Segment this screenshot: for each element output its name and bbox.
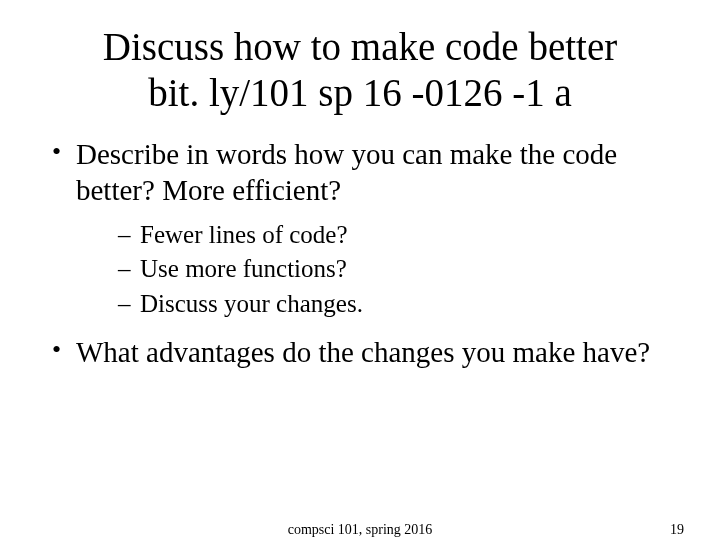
bullet-text: What advantages do the changes you make … [76,336,650,368]
sub-bullet-text: Discuss your changes. [140,290,363,317]
bullet-item: What advantages do the changes you make … [46,334,680,370]
sub-bullet-item: Discuss your changes. [118,288,680,321]
sub-bullet-text: Fewer lines of code? [140,221,348,248]
sub-bullet-item: Fewer lines of code? [118,219,680,252]
sub-bullet-text: Use more functions? [140,255,347,282]
slide: Discuss how to make code better bit. ly/… [0,0,720,540]
title-line-2: bit. ly/101 sp 16 -0126 -1 a [148,71,572,114]
footer-course: compsci 101, spring 2016 [0,522,720,538]
slide-title: Discuss how to make code better bit. ly/… [40,24,680,116]
bullet-text: Describe in words how you can make the c… [76,138,617,206]
title-line-1: Discuss how to make code better [103,25,617,68]
sub-bullet-item: Use more functions? [118,253,680,286]
footer-page-number: 19 [670,522,684,538]
sub-bullet-list: Fewer lines of code? Use more functions?… [76,219,680,321]
bullet-item: Describe in words how you can make the c… [46,136,680,320]
bullet-list: Describe in words how you can make the c… [46,136,680,370]
